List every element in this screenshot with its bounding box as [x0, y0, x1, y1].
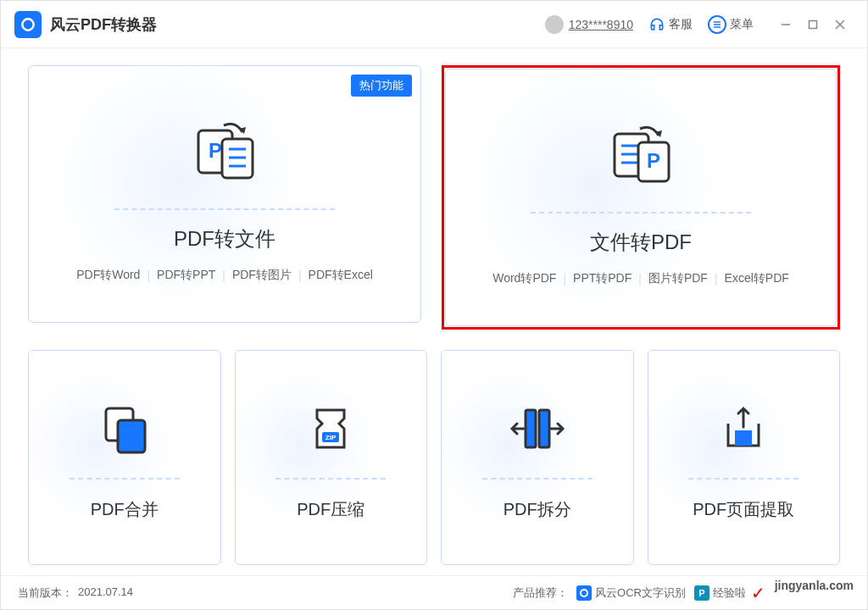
version-info: 当前版本： 2021.07.14 [18, 585, 133, 601]
headset-icon [648, 16, 665, 33]
divider [114, 208, 335, 210]
sub-item: PDF转PPT [157, 268, 215, 283]
sub-item: PDF转Excel [309, 268, 373, 283]
file-to-pdf-icon: P [603, 108, 679, 202]
main-content: 热门功能 P PDF转文件 PDF转Wor [1, 48, 867, 575]
menu-icon [708, 15, 726, 34]
extract-icon [716, 395, 771, 463]
maximize-button[interactable] [799, 11, 826, 38]
version-value: 2021.07.14 [78, 585, 133, 601]
divider [688, 478, 798, 480]
pdf-to-file-icon: P [186, 105, 263, 198]
svg-text:ZIP: ZIP [326, 434, 337, 441]
split-icon [507, 395, 568, 463]
sub-item: PDF转Word [76, 268, 140, 283]
top-card-row: 热门功能 P PDF转文件 PDF转Wor [28, 65, 840, 330]
sub-item: 图片转PDF [648, 271, 708, 286]
pdf-to-file-sublist: PDF转Word| PDF转PPT| PDF转图片| PDF转Excel [76, 268, 373, 283]
promo-ocr[interactable]: 风云OCR文字识别 [576, 585, 686, 601]
pdf-promo-icon: P [694, 585, 709, 601]
promo-pdf-label: 经验啦 [713, 585, 746, 601]
sub-item: Excel转PDF [725, 271, 789, 286]
customer-service-label: 客服 [669, 17, 693, 32]
file-to-pdf-highlight: P 文件转PDF Word转PDF| PPT转PDF| 图片转PDF| Exce… [442, 65, 840, 330]
divider [70, 478, 180, 480]
window-controls [772, 11, 854, 38]
pdf-merge-card[interactable]: PDF合并 [28, 350, 221, 565]
promo-ocr-label: 风云OCR文字识别 [595, 585, 686, 601]
svg-point-27 [581, 590, 587, 596]
recommend-label: 产品推荐： [513, 585, 568, 601]
avatar-icon [545, 15, 564, 34]
svg-text:P: P [209, 139, 222, 162]
ocr-icon [576, 585, 592, 601]
divider [482, 478, 593, 480]
statusbar: 当前版本： 2021.07.14 产品推荐： 风云OCR文字识别 P 经验啦 ✓… [1, 575, 867, 609]
menu-label: 菜单 [730, 17, 754, 32]
pdf-to-file-title: PDF转文件 [174, 225, 275, 252]
hot-feature-badge: 热门功能 [351, 75, 412, 97]
customer-service-button[interactable]: 客服 [648, 16, 693, 33]
titlebar: 风云PDF转换器 123****8910 客服 菜单 [1, 1, 867, 48]
svg-text:P: P [647, 149, 660, 172]
compress-icon: ZIP [303, 395, 358, 463]
pdf-merge-title: PDF合并 [91, 498, 159, 521]
pdf-extract-title: PDF页面提取 [693, 498, 794, 521]
file-to-pdf-title: 文件转PDF [590, 229, 692, 256]
file-to-pdf-card[interactable]: P 文件转PDF Word转PDF| PPT转PDF| 图片转PDF| Exce… [445, 69, 837, 326]
svg-rect-24 [526, 410, 536, 447]
pdf-split-card[interactable]: PDF拆分 [441, 350, 634, 565]
svg-rect-26 [735, 430, 752, 446]
user-account[interactable]: 123****8910 [545, 15, 633, 34]
sub-item: Word转PDF [492, 271, 556, 286]
svg-rect-21 [118, 420, 145, 452]
sub-item: PPT转PDF [573, 271, 632, 286]
svg-rect-5 [810, 20, 817, 28]
promo-pdf[interactable]: P 经验啦 ✓ [694, 583, 765, 603]
app-window: 风云PDF转换器 123****8910 客服 菜单 [0, 0, 868, 610]
pdf-split-title: PDF拆分 [504, 498, 571, 521]
pdf-extract-card[interactable]: PDF页面提取 [648, 350, 841, 565]
merge-icon [97, 395, 152, 463]
pdf-compress-title: PDF压缩 [297, 498, 364, 521]
bottom-card-row: PDF合并 ZIP PDF压缩 [28, 350, 840, 565]
version-label: 当前版本： [18, 585, 73, 601]
svg-rect-25 [539, 410, 549, 447]
file-to-pdf-sublist: Word转PDF| PPT转PDF| 图片转PDF| Excel转PDF [492, 271, 789, 286]
pdf-compress-card[interactable]: ZIP PDF压缩 [235, 350, 428, 565]
menu-button[interactable]: 菜单 [708, 15, 754, 34]
watermark: jingyanla.com [775, 579, 854, 592]
pdf-to-file-card[interactable]: 热门功能 P PDF转文件 PDF转Wor [28, 65, 421, 323]
sub-item: PDF转图片 [232, 268, 292, 283]
svg-point-0 [22, 19, 33, 30]
app-logo-icon [14, 11, 42, 38]
divider [531, 212, 751, 214]
divider [275, 478, 386, 480]
app-title: 风云PDF转换器 [50, 14, 157, 35]
user-name-label: 123****8910 [569, 18, 633, 31]
close-button[interactable] [826, 11, 854, 38]
minimize-button[interactable] [772, 11, 799, 38]
